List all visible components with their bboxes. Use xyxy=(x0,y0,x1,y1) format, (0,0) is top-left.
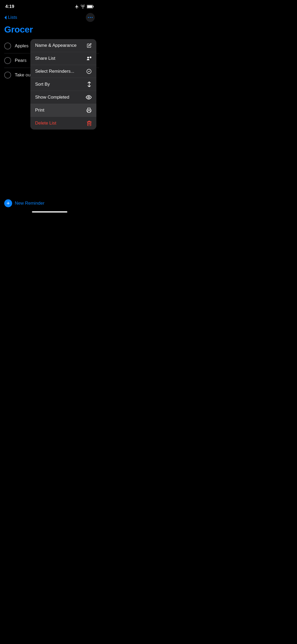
menu-item-sort-by[interactable]: Sort By xyxy=(30,78,96,91)
svg-point-3 xyxy=(88,17,89,18)
svg-rect-13 xyxy=(88,111,90,113)
menu-label-show-completed: Show Completed xyxy=(35,95,69,100)
menu-label-print: Print xyxy=(35,108,44,113)
printer-icon xyxy=(86,108,92,113)
new-reminder-button[interactable]: + New Reminder xyxy=(4,199,44,207)
svg-point-12 xyxy=(88,96,89,98)
context-menu: Name & Appearance Share List Select Remi… xyxy=(30,39,96,130)
home-indicator xyxy=(32,211,67,213)
status-time: 4:19 xyxy=(5,4,14,9)
svg-point-6 xyxy=(87,57,89,58)
menu-item-name-appearance[interactable]: Name & Appearance xyxy=(30,39,96,52)
menu-label-sort-by: Sort By xyxy=(35,82,50,87)
checkmark-circle-icon xyxy=(86,69,92,74)
battery-icon xyxy=(87,5,94,8)
person-badge-plus-icon xyxy=(86,56,92,61)
svg-point-4 xyxy=(90,17,91,18)
status-icons xyxy=(75,4,94,9)
eye-icon xyxy=(86,95,92,99)
item-label-1: Apples xyxy=(15,43,29,49)
nav-bar: Lists xyxy=(0,12,99,23)
menu-item-select-reminders[interactable]: Select Reminders... xyxy=(30,65,96,78)
item-checkbox-2[interactable] xyxy=(4,57,11,64)
back-label: Lists xyxy=(8,15,17,20)
menu-label-name-appearance: Name & Appearance xyxy=(35,43,77,48)
menu-item-delete-list[interactable]: Delete List xyxy=(30,117,96,130)
item-checkbox-1[interactable] xyxy=(4,43,11,49)
ellipsis-icon xyxy=(88,17,93,18)
more-button[interactable] xyxy=(86,13,95,22)
arrow-up-down-icon xyxy=(87,82,92,87)
bottom-bar: + New Reminder xyxy=(0,199,99,207)
menu-item-share-list[interactable]: Share List xyxy=(30,52,96,65)
menu-label-share-list: Share List xyxy=(35,56,55,61)
item-checkbox-3[interactable] xyxy=(4,72,11,79)
menu-item-print[interactable]: Print xyxy=(30,104,96,117)
trash-icon xyxy=(87,121,92,126)
status-bar: 4:19 xyxy=(0,0,99,12)
menu-label-delete-list: Delete List xyxy=(35,121,56,126)
airplane-icon xyxy=(75,4,79,9)
svg-point-5 xyxy=(92,17,93,18)
chevron-left-icon xyxy=(4,15,7,20)
new-reminder-label: New Reminder xyxy=(15,201,44,206)
page-title: Grocer xyxy=(0,23,99,39)
wifi-icon xyxy=(81,5,85,8)
item-label-3: Take out xyxy=(15,72,32,78)
item-label-2: Pears xyxy=(15,58,26,63)
pencil-icon xyxy=(87,43,92,48)
menu-item-show-completed[interactable]: Show Completed xyxy=(30,91,96,104)
svg-rect-1 xyxy=(87,6,92,8)
menu-label-select-reminders: Select Reminders... xyxy=(35,69,74,74)
back-button[interactable]: Lists xyxy=(4,15,17,20)
svg-rect-2 xyxy=(93,6,94,7)
plus-circle-icon: + xyxy=(4,199,12,207)
